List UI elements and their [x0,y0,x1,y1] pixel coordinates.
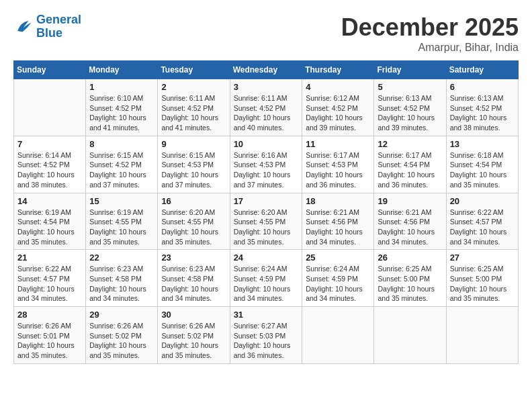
calendar-cell: 25Sunrise: 6:24 AM Sunset: 4:59 PM Dayli… [302,250,374,307]
calendar-cell [374,307,446,364]
title-block: December 2025 Amarpur, Bihar, India [341,13,519,54]
month-title: December 2025 [341,13,519,42]
day-number: 10 [234,139,299,149]
calendar-cell: 4Sunrise: 6:12 AM Sunset: 4:52 PM Daylig… [302,79,374,136]
logo: General Blue [13,13,81,40]
day-number: 27 [450,253,515,263]
calendar-cell: 22Sunrise: 6:23 AM Sunset: 4:58 PM Dayli… [86,250,158,307]
day-info: Sunrise: 6:25 AM Sunset: 5:00 PM Dayligh… [450,264,515,304]
calendar-table: SundayMondayTuesdayWednesdayThursdayFrid… [13,60,519,364]
calendar-cell: 3Sunrise: 6:11 AM Sunset: 4:52 PM Daylig… [230,79,302,136]
header-day: Thursday [302,61,374,79]
calendar-cell: 15Sunrise: 6:19 AM Sunset: 4:55 PM Dayli… [86,193,158,250]
day-info: Sunrise: 6:13 AM Sunset: 4:52 PM Dayligh… [378,93,442,133]
day-number: 3 [234,82,299,92]
day-info: Sunrise: 6:13 AM Sunset: 4:52 PM Dayligh… [450,93,515,133]
calendar-cell: 28Sunrise: 6:26 AM Sunset: 5:01 PM Dayli… [14,307,86,364]
day-info: Sunrise: 6:19 AM Sunset: 4:54 PM Dayligh… [17,208,82,247]
calendar-header: SundayMondayTuesdayWednesdayThursdayFrid… [14,61,519,79]
day-number: 18 [306,196,370,206]
calendar-cell: 21Sunrise: 6:22 AM Sunset: 4:57 PM Dayli… [14,250,86,307]
day-number: 29 [89,310,154,320]
calendar-body: 1Sunrise: 6:10 AM Sunset: 4:52 PM Daylig… [14,79,519,364]
day-number: 12 [378,139,442,149]
day-info: Sunrise: 6:14 AM Sunset: 4:52 PM Dayligh… [17,150,82,190]
day-info: Sunrise: 6:24 AM Sunset: 4:59 PM Dayligh… [306,264,370,304]
calendar-cell [446,307,518,364]
day-number: 31 [234,310,299,320]
calendar-week-row: 21Sunrise: 6:22 AM Sunset: 4:57 PM Dayli… [14,250,519,307]
day-info: Sunrise: 6:26 AM Sunset: 5:02 PM Dayligh… [161,321,226,361]
day-info: Sunrise: 6:23 AM Sunset: 4:58 PM Dayligh… [89,264,154,304]
header-day: Wednesday [230,61,302,79]
day-number: 16 [161,196,226,206]
day-number: 20 [450,196,515,206]
day-number: 1 [89,82,154,92]
day-info: Sunrise: 6:27 AM Sunset: 5:03 PM Dayligh… [234,321,299,361]
calendar-cell: 26Sunrise: 6:25 AM Sunset: 5:00 PM Dayli… [374,250,446,307]
day-info: Sunrise: 6:26 AM Sunset: 5:02 PM Dayligh… [89,321,154,361]
calendar-week-row: 28Sunrise: 6:26 AM Sunset: 5:01 PM Dayli… [14,307,519,364]
day-number: 24 [234,253,299,263]
calendar-cell: 1Sunrise: 6:10 AM Sunset: 4:52 PM Daylig… [86,79,158,136]
day-number: 26 [378,253,442,263]
day-info: Sunrise: 6:21 AM Sunset: 4:56 PM Dayligh… [306,208,370,247]
calendar-cell [14,79,86,136]
day-info: Sunrise: 6:24 AM Sunset: 4:59 PM Dayligh… [234,264,299,304]
calendar-cell: 8Sunrise: 6:15 AM Sunset: 4:52 PM Daylig… [86,136,158,193]
calendar-week-row: 7Sunrise: 6:14 AM Sunset: 4:52 PM Daylig… [14,136,519,193]
day-number: 13 [450,139,515,149]
day-number: 15 [89,196,154,206]
calendar-cell: 27Sunrise: 6:25 AM Sunset: 5:00 PM Dayli… [446,250,518,307]
header-day: Tuesday [158,61,230,79]
day-number: 22 [89,253,154,263]
day-number: 30 [161,310,226,320]
day-number: 8 [89,139,154,149]
calendar-cell: 11Sunrise: 6:17 AM Sunset: 4:53 PM Dayli… [302,136,374,193]
day-number: 6 [450,82,515,92]
day-info: Sunrise: 6:17 AM Sunset: 4:53 PM Dayligh… [306,150,370,190]
day-number: 28 [17,310,82,320]
logo-icon [13,17,34,37]
day-info: Sunrise: 6:19 AM Sunset: 4:55 PM Dayligh… [89,208,154,247]
calendar-cell: 12Sunrise: 6:17 AM Sunset: 4:54 PM Dayli… [374,136,446,193]
calendar-cell: 20Sunrise: 6:22 AM Sunset: 4:57 PM Dayli… [446,193,518,250]
day-number: 2 [161,82,226,92]
calendar-cell: 19Sunrise: 6:21 AM Sunset: 4:56 PM Dayli… [374,193,446,250]
page-header: General Blue December 2025 Amarpur, Biha… [13,13,519,54]
calendar-cell: 18Sunrise: 6:21 AM Sunset: 4:56 PM Dayli… [302,193,374,250]
calendar-cell: 17Sunrise: 6:20 AM Sunset: 4:55 PM Dayli… [230,193,302,250]
day-info: Sunrise: 6:22 AM Sunset: 4:57 PM Dayligh… [450,208,515,247]
calendar-cell: 14Sunrise: 6:19 AM Sunset: 4:54 PM Dayli… [14,193,86,250]
day-info: Sunrise: 6:10 AM Sunset: 4:52 PM Dayligh… [89,93,154,133]
header-day: Friday [374,61,446,79]
calendar-cell: 13Sunrise: 6:18 AM Sunset: 4:54 PM Dayli… [446,136,518,193]
day-info: Sunrise: 6:26 AM Sunset: 5:01 PM Dayligh… [17,321,82,361]
calendar-cell: 5Sunrise: 6:13 AM Sunset: 4:52 PM Daylig… [374,79,446,136]
calendar-week-row: 14Sunrise: 6:19 AM Sunset: 4:54 PM Dayli… [14,193,519,250]
day-info: Sunrise: 6:21 AM Sunset: 4:56 PM Dayligh… [378,208,442,247]
day-info: Sunrise: 6:25 AM Sunset: 5:00 PM Dayligh… [378,264,442,304]
calendar-cell: 30Sunrise: 6:26 AM Sunset: 5:02 PM Dayli… [158,307,230,364]
day-info: Sunrise: 6:11 AM Sunset: 4:52 PM Dayligh… [234,93,299,133]
calendar-cell: 24Sunrise: 6:24 AM Sunset: 4:59 PM Dayli… [230,250,302,307]
day-number: 11 [306,139,370,149]
header-row: SundayMondayTuesdayWednesdayThursdayFrid… [14,61,519,79]
header-day: Sunday [14,61,86,79]
day-number: 9 [161,139,226,149]
calendar-cell: 7Sunrise: 6:14 AM Sunset: 4:52 PM Daylig… [14,136,86,193]
day-number: 23 [161,253,226,263]
calendar-cell: 10Sunrise: 6:16 AM Sunset: 4:53 PM Dayli… [230,136,302,193]
day-info: Sunrise: 6:18 AM Sunset: 4:54 PM Dayligh… [450,150,515,190]
day-number: 7 [17,139,82,149]
calendar-cell: 9Sunrise: 6:15 AM Sunset: 4:53 PM Daylig… [158,136,230,193]
day-number: 19 [378,196,442,206]
logo-text: General Blue [36,13,81,40]
day-info: Sunrise: 6:17 AM Sunset: 4:54 PM Dayligh… [378,150,442,190]
calendar-cell: 29Sunrise: 6:26 AM Sunset: 5:02 PM Dayli… [86,307,158,364]
location-subtitle: Amarpur, Bihar, India [341,42,519,54]
day-number: 5 [378,82,442,92]
calendar-cell: 23Sunrise: 6:23 AM Sunset: 4:58 PM Dayli… [158,250,230,307]
calendar-cell: 6Sunrise: 6:13 AM Sunset: 4:52 PM Daylig… [446,79,518,136]
day-info: Sunrise: 6:15 AM Sunset: 4:53 PM Dayligh… [161,150,226,190]
